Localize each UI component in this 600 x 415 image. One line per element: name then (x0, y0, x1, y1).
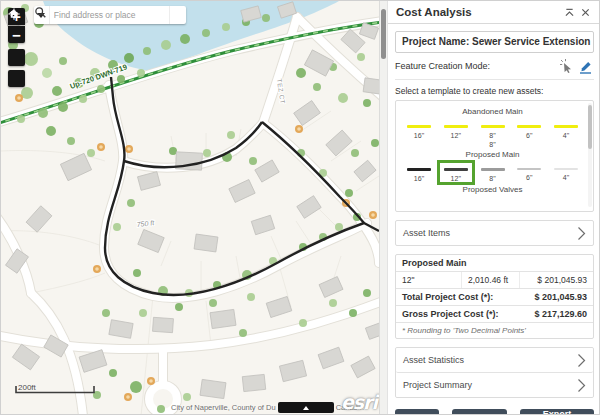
minus-icon: − (12, 28, 20, 42)
swatch-label: 6" (526, 174, 532, 181)
home-button[interactable] (8, 49, 25, 66)
scale-bar-graphic (15, 383, 97, 394)
asset-items-expander[interactable]: Asset Items (395, 220, 594, 246)
line-swatch (554, 168, 578, 170)
project-summary-label: Project Summary (403, 380, 577, 390)
template-group-title: Abandoned Main (400, 107, 585, 116)
swatch-label: 6" (526, 132, 532, 139)
line-swatch (517, 125, 541, 128)
magic-wand-cursor-icon (560, 59, 574, 73)
template-item-proposed-main-16[interactable]: 16" (402, 162, 436, 183)
swatch-label: 12" (451, 132, 461, 139)
cost-summary-table: Proposed Main 12"2,010.46 ft$ 201,045.93… (395, 254, 594, 339)
chevron-right-icon (577, 378, 586, 393)
swatch-label: 16" (414, 132, 424, 139)
template-item-abandoned-main-8[interactable]: 8" (476, 119, 510, 140)
line-swatch (444, 168, 468, 171)
asset-statistics-label: Asset Statistics (403, 355, 577, 365)
line-swatch (444, 125, 468, 128)
chevron-right-icon (577, 353, 586, 368)
swatch-label: 16" (414, 175, 424, 182)
cost-table-row: 12"2,010.46 ft$ 201,045.93 (396, 272, 593, 289)
line-swatch (554, 125, 578, 128)
template-item-proposed-main-12[interactable]: 12" (439, 162, 473, 183)
line-swatch (407, 168, 431, 171)
template-item-proposed-main-8[interactable]: 8" (476, 162, 510, 183)
template-item-proposed-main-4[interactable]: 4" (549, 162, 583, 183)
swatch-label: 4" (563, 174, 569, 181)
asset-statistics-expander[interactable]: Asset Statistics (396, 348, 593, 373)
line-swatch (481, 168, 505, 171)
app-window: Up-720 DWN-719TEZ CT750 ft + − (0, 0, 600, 415)
collapse-icon (564, 8, 575, 17)
cost-total-label: Gross Project Cost (*): (396, 306, 528, 322)
project-name: Project Name: Sewer Service Extension (395, 31, 594, 53)
line-swatch (407, 125, 431, 128)
cost-table-footnote: * Rounding to 'Two Decimal Points' (396, 323, 593, 338)
template-item-abandoned-main-12[interactable]: 12" (439, 119, 473, 140)
cost-table-rows: 12"2,010.46 ft$ 201,045.93 (396, 272, 593, 289)
cost-total-label: Total Project Cost (*): (396, 289, 528, 305)
locate-button[interactable] (8, 70, 25, 87)
back-button[interactable]: Back (395, 409, 439, 415)
template-item-abandoned-main-4[interactable]: 4" (549, 119, 583, 140)
cost-table-cell: 12" (396, 272, 462, 288)
template-group-title: Proposed Main (400, 150, 585, 159)
chevron-right-icon (577, 226, 586, 241)
map-nav-controls: + − (8, 8, 25, 87)
map-view[interactable]: Up-720 DWN-719TEZ CT750 ft + − (1, 1, 379, 415)
collapse-button[interactable] (561, 5, 577, 19)
template-item-abandoned-main-16[interactable]: 16" (402, 119, 436, 140)
cost-total-row: Total Project Cost (*):$ 201,045.93 (396, 289, 593, 306)
cost-table-header: Proposed Main (396, 255, 593, 272)
attribution-text-left: City of Naperville, County of Du (171, 403, 276, 412)
cost-table-cell: 2,010.46 ft (462, 272, 520, 288)
template-gallery-content: Abandoned Main16"12"8"6"4"8"Proposed Mai… (396, 101, 593, 194)
attribution-expand-widget[interactable] (278, 402, 334, 413)
template-item-extra[interactable]: 8" (400, 141, 585, 148)
export-report-button[interactable]: Export Report (520, 409, 594, 415)
swatch-label: 4" (563, 132, 569, 139)
feature-creation-mode-label: Feature Creation Mode: (395, 61, 558, 71)
close-button[interactable] (577, 5, 593, 19)
panel-scrollbar (379, 1, 387, 415)
asset-items-label: Asset Items (403, 228, 577, 238)
close-icon (581, 8, 590, 17)
map-canvas[interactable]: Up-720 DWN-719TEZ CT750 ft (1, 1, 379, 415)
attribution: City of Naperville, County of Du Canad..… (171, 402, 364, 413)
locate-icon (8, 8, 20, 20)
panel-header: Cost Analysis (388, 1, 600, 24)
action-buttons: Back Refresh Export Report (395, 409, 594, 415)
panel-scrollbar-thumb[interactable] (381, 9, 386, 59)
cost-table-cell: $ 201,045.93 (520, 272, 593, 288)
sketch-draw-button[interactable] (576, 58, 594, 74)
swatch-label: 12" (451, 175, 461, 182)
panel-body: Project Name: Sewer Service Extension Fe… (388, 24, 600, 415)
chevron-up-icon (303, 406, 309, 410)
esri-logo: esri (341, 391, 379, 413)
panel-title: Cost Analysis (396, 6, 561, 18)
magic-wand-select-button[interactable] (558, 58, 576, 74)
line-swatch (481, 125, 505, 128)
cost-table-totals: Total Project Cost (*):$ 201,045.93Gross… (396, 289, 593, 323)
project-summary-expander[interactable]: Project Summary (396, 373, 593, 397)
template-item-abandoned-main-6[interactable]: 6" (512, 119, 546, 140)
swatch-label: 8" (489, 132, 495, 139)
template-instruction: Select a template to create new assets: (395, 86, 594, 96)
cost-analysis-panel: Cost Analysis Project Name: Sewer Servic… (387, 1, 600, 415)
search-bar (34, 6, 186, 24)
search-icon (34, 6, 47, 19)
search-input[interactable] (50, 6, 169, 24)
gallery-scrollbar-thumb[interactable] (588, 105, 592, 149)
swatch-label: 8" (489, 175, 495, 182)
template-group-title: Proposed Valves (400, 185, 585, 194)
template-group-row: 16"12"8"6"4" (400, 162, 585, 183)
zoom-out-button[interactable]: − (8, 26, 25, 43)
feature-creation-mode-row: Feature Creation Mode: (395, 53, 594, 80)
template-item-proposed-main-6[interactable]: 6" (512, 162, 546, 183)
template-gallery: Abandoned Main16"12"8"6"4"8"Proposed Mai… (395, 100, 594, 212)
scale-bar: 200ft (15, 383, 36, 392)
search-button[interactable] (169, 6, 186, 24)
refresh-button[interactable]: Refresh (452, 409, 508, 415)
pencil-edit-icon (578, 59, 593, 74)
